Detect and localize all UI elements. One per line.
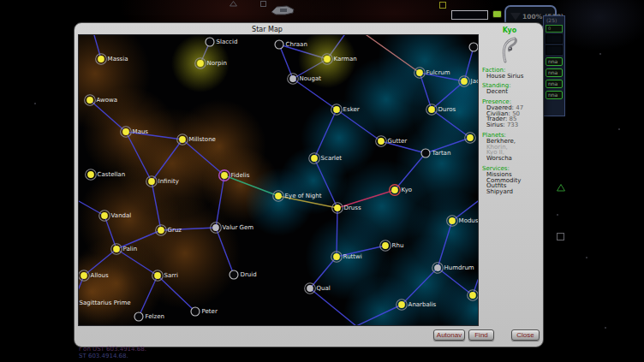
game-screen: 100% (518) (25) 0 nnannannanna r on UST … [0, 0, 644, 362]
map-system-label: Slaccid [217, 39, 238, 45]
autonav-button[interactable]: Autonav [433, 329, 465, 341]
background-star [618, 128, 620, 130]
map-system-label: Gruz [168, 227, 182, 234]
map-system-label: Norpin [207, 60, 227, 67]
map-system-druid[interactable] [230, 270, 238, 279]
overlay-square-icon [260, 1, 266, 7]
map-system-felzen[interactable] [134, 312, 143, 321]
faction-value: House Sirius [482, 74, 540, 80]
map-system-label: Esker [343, 106, 360, 113]
map-system-label: Palin [123, 246, 138, 252]
hyperlane [337, 208, 337, 257]
map-system-label: Tartan [432, 150, 451, 157]
player-ship-sprite [270, 3, 295, 18]
hud-weapon-button[interactable]: nna [546, 57, 563, 66]
map-system-label: Kyo [402, 187, 413, 193]
background-star [34, 103, 36, 104]
background-star [599, 53, 601, 55]
map-system-chraan[interactable] [275, 40, 283, 49]
map-system-label: Druss [344, 205, 361, 211]
map-system-peter[interactable] [191, 307, 200, 316]
map-system-label: Infinity [158, 178, 179, 185]
map-system-label: Sarri [164, 272, 178, 279]
message-log-line: r on UST 603.4914.68. [79, 346, 146, 353]
background-star [557, 214, 558, 216]
house-sirius-emblem-icon [498, 36, 521, 63]
background-star [605, 327, 606, 329]
map-system-label: Peter [202, 308, 218, 315]
map-system-label: Modus M [459, 217, 478, 224]
find-button[interactable]: Find [468, 329, 494, 341]
star-map-view[interactable]: MassiaSlaccidNorpinChraanKarmanNougatAwo… [78, 34, 479, 326]
hud-green-led [492, 10, 502, 18]
star-map-dialog: Star Map MassiaSlaccidNorpinChraanKarman… [74, 22, 544, 347]
map-system-label: Sagittarius Prime [80, 300, 131, 306]
map-system-label: Anarbalis [408, 301, 437, 308]
hud-ammo-box: 0 [546, 25, 563, 33]
map-system-label: Duros [438, 106, 456, 113]
system-info-panel: Kyo Faction: House Sirius Standing: Dece… [479, 25, 540, 195]
map-system-label: Massia [108, 56, 128, 62]
map-system-label: Druid [241, 271, 257, 278]
map-system-label: Chraan [286, 41, 307, 48]
map-system-tartan[interactable] [421, 149, 430, 157]
map-system-label: Jac [470, 78, 478, 85]
presence-row: Sirius: 733 [482, 122, 540, 128]
map-system-label: Ruttwi [343, 253, 362, 260]
hud-weapon-slot [546, 45, 563, 55]
dialog-title: Star Map [75, 26, 460, 33]
map-system-label: Maus [133, 128, 149, 135]
close-button[interactable]: Close [511, 329, 540, 341]
selected-system-name: Kyo [479, 28, 540, 34]
map-system-label: Qual [317, 285, 331, 292]
map-system-label: Millstone [189, 136, 216, 143]
planet-name: Worscha [482, 156, 540, 162]
map-system-label: Felzen [146, 313, 164, 320]
map-system-label: Castellan [98, 171, 126, 178]
map-system-label: Allous [91, 272, 109, 279]
map-system-label: Rhu [392, 242, 404, 249]
speed-arrow-icon [510, 13, 521, 21]
map-system-label: Karman [334, 56, 357, 62]
target-square-icon [439, 2, 446, 9]
hud-input-bar [451, 10, 488, 20]
map-system-label: Awowa [97, 97, 118, 104]
map-system-topright[interactable] [469, 43, 478, 51]
background-star [586, 257, 587, 258]
map-system-label: Fulcrum [426, 69, 450, 76]
hud-square-marker-icon [557, 233, 564, 240]
hud-ammo-counter: (25) [545, 17, 564, 23]
map-system-label: Eye of Night [285, 193, 322, 199]
hud-weapon-button[interactable]: nna [546, 80, 563, 88]
map-system-label: Valur Gem [223, 224, 254, 231]
hud-weapon-slot [546, 34, 563, 44]
map-system-label: Gutter [388, 138, 408, 145]
map-system-label: Scarlet [321, 155, 343, 162]
map-system-qual[interactable] [305, 283, 316, 294]
standing-value: Decent [482, 89, 540, 95]
map-system-castellan[interactable] [86, 169, 97, 181]
message-log-line: ST 603.4914.68. [79, 353, 128, 359]
map-system-label: Fidelis [231, 172, 250, 179]
hud-weapon-button[interactable]: nna [546, 91, 563, 99]
hud-weapon-button[interactable]: nna [546, 68, 563, 77]
hud-weapon-panel: (25) 0 nnannannanna [543, 15, 565, 116]
overlay-triangle-icon [230, 1, 237, 7]
map-system-slaccid[interactable] [206, 38, 214, 46]
map-system-label: Humdrum [444, 264, 474, 271]
service-name: Shipyard [482, 189, 540, 195]
map-system-nougat[interactable] [288, 74, 299, 85]
map-system-label: Nougat [300, 75, 322, 82]
hud-triangle-marker-icon [557, 184, 565, 192]
map-system-label: Vandal [111, 212, 132, 219]
